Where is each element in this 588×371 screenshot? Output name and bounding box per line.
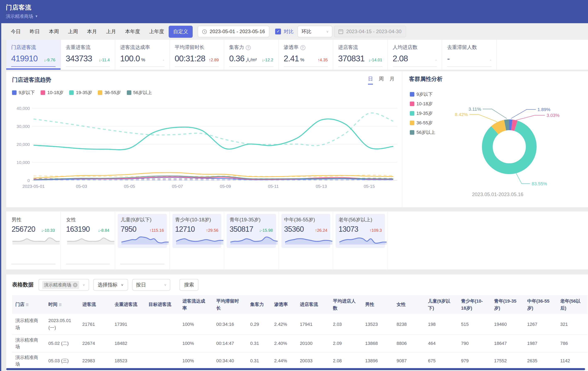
trend-tab-月[interactable]: 月 [389, 75, 395, 85]
table-cell: 2635 [524, 352, 557, 369]
metric-card-value: 35360 [284, 225, 304, 234]
quick-range-自定义[interactable]: 自定义 [169, 25, 193, 38]
quick-range-上月[interactable]: 上月 [102, 25, 121, 38]
kpi-card-8[interactable]: 人均进店数2.08- [388, 40, 442, 70]
kpi-value-row: -- [447, 54, 491, 64]
kpi-card-6[interactable]: 渗透率?2.41%↑4.35 [279, 40, 333, 70]
metric-card-中年(36-55岁)[interactable]: 中年(36-55岁)35360↑26.24 [279, 212, 333, 269]
kpi-label: 去重滞留人数 [447, 44, 491, 51]
table-cell: 20033 [296, 352, 330, 369]
metric-card-女性[interactable]: 女性163190↓-8.84 [61, 212, 115, 269]
filter-icon[interactable]: ☰ [59, 303, 62, 307]
quick-range-昨日[interactable]: 昨日 [25, 25, 44, 38]
card-row-filler [388, 212, 588, 269]
quick-range-本周[interactable]: 本周 [44, 25, 63, 38]
horizontal-scrollbar[interactable] [6, 368, 585, 370]
kpi-card-1[interactable]: 门店进客流419910↓-9.76 [6, 40, 61, 70]
metric-card-box: 男性256720↓-10.33 [9, 214, 58, 248]
table-cell: 100% [179, 352, 213, 369]
quick-range-本年度[interactable]: 本年度 [121, 25, 145, 38]
audience-donut-chart: 1.89%3.03%83.55%8.42%3.11% [406, 89, 588, 192]
quick-range-本月[interactable]: 本月 [83, 25, 102, 38]
kpi-label: 平均滞留时长 [175, 44, 219, 51]
kpi-label: 集客力? [229, 44, 273, 51]
metric-select-button[interactable]: 选择指标 ∨ [93, 279, 128, 291]
audience-panel: 客群属性分析 9岁以下10-18岁19-35岁36-55岁56岁以上 1.89%… [402, 71, 588, 207]
kpi-underline [393, 66, 437, 67]
compare-checkbox[interactable]: ✓ 对比 [275, 28, 294, 35]
compare-range-input: 2023-04-15 - 2023-04-30 [334, 26, 406, 37]
table-cell: 05.02 (二) [45, 335, 79, 352]
col-header-儿童(9岁以下): 儿童(9岁以下) [425, 295, 458, 314]
col-header-目标进客流: 目标进客流 [145, 295, 179, 314]
search-button[interactable]: 搜索 [179, 279, 199, 291]
metric-card-box: 青年(19-35岁)350817↓-15.98 [227, 214, 276, 248]
table-cell: 2.08 [330, 352, 362, 369]
col-header-进店客流: 进店客流 [296, 295, 330, 314]
compare-mode-select[interactable]: 环比 ∨ [298, 26, 333, 37]
help-icon[interactable]: ? [246, 45, 251, 50]
svg-text:83.55%: 83.55% [532, 181, 547, 186]
table-cell: 0.31 [247, 352, 271, 369]
granularity-select[interactable]: 按日 ∨ [132, 279, 170, 291]
help-icon[interactable]: ? [300, 45, 305, 50]
kpi-underline [338, 66, 382, 67]
table-cell: 22674 [79, 335, 111, 352]
legend-swatch [126, 90, 131, 95]
quick-range-今日[interactable]: 今日 [6, 25, 25, 38]
metric-card-box: 儿童(9岁以下)7950↑115.16 [118, 214, 167, 248]
table-cell: 2.44% [271, 352, 296, 369]
kpi-label: 去重进客流 [66, 44, 110, 51]
table-cell: 演示精准商场 [12, 314, 45, 335]
kpi-card-2[interactable]: 去重进客流343733↓-11.4 [61, 40, 115, 70]
filter-icon[interactable]: ☰ [26, 303, 29, 307]
store-selector[interactable]: 演示精准商场 ▼ [6, 13, 38, 20]
kpi-value: 2.41 [284, 54, 299, 64]
charts-panel: 门店进客流趋势 日周月 9岁以下10-18岁19-35岁36-55岁56岁以上 … [6, 71, 588, 207]
table-row-1: 演示精准商场2023.05.01 (一)2176117391100%00:34:… [12, 314, 588, 335]
table-cell: 8806 [393, 335, 425, 352]
svg-text:05-07: 05-07 [172, 184, 183, 189]
kpi-card-9[interactable]: 去重滞留人数-- [442, 40, 497, 70]
quick-range-上年度[interactable]: 上年度 [145, 25, 169, 38]
kpi-value: 2.08 [393, 54, 408, 64]
quick-range-上周[interactable]: 上周 [63, 25, 83, 38]
kpi-card-5[interactable]: 集客力?0.36人/m²↓-12.2 [224, 40, 279, 70]
kpi-card-3[interactable]: 进客流达成率100.0%- [115, 40, 170, 70]
kpi-card-4[interactable]: 平均滞留时长00:31:28↑2.89 [170, 40, 224, 70]
legend-item-9岁以下[interactable]: 9岁以下 [12, 90, 35, 96]
trend-line-chart: 010,00020,00030,00040,0002023-05-0105-03… [12, 96, 399, 190]
metric-card-男性[interactable]: 男性256720↓-10.33 [6, 212, 61, 269]
svg-text:05-03: 05-03 [76, 184, 87, 189]
trend-tab-日[interactable]: 日 [368, 75, 373, 85]
legend-label: 56岁以上 [133, 90, 152, 96]
table-cell: 100% [179, 335, 213, 352]
compare-mode-value: 环比 [302, 28, 311, 35]
svg-text:05-13: 05-13 [316, 184, 327, 189]
kpi-value: 370831 [338, 54, 365, 64]
legend-item-19-35岁[interactable]: 19-35岁 [69, 90, 92, 96]
legend-item-36-55岁[interactable]: 36-55岁 [98, 90, 121, 96]
metric-card-label: 青年(19-35岁) [230, 216, 273, 223]
legend-item-56岁以上[interactable]: 56岁以上 [126, 90, 152, 96]
col-header-男性: 男性 [362, 295, 393, 314]
table-cell: 675 [425, 352, 458, 369]
date-range-value: 2023-05-01 - 2023-05-16 [210, 29, 265, 34]
metric-card-青少年(10-18岁)[interactable]: 青少年(10-18岁)12710↑29.56 [170, 212, 224, 269]
sparkline-chart [338, 234, 388, 244]
col-header-平均滞留时长: 平均滞留时长 [213, 295, 247, 314]
date-range-input[interactable]: 2023-05-01 - 2023-05-16 [198, 26, 270, 37]
sparkline-chart [66, 234, 115, 244]
sparkline-chart [12, 234, 61, 244]
metric-card-儿童(9岁以下)[interactable]: 儿童(9岁以下)7950↑115.16 [115, 212, 170, 269]
remove-tag-icon[interactable]: × [73, 283, 77, 287]
sparkline-chart [175, 234, 224, 244]
store-filter-select[interactable]: 演示精准商场 × ∨ [39, 279, 89, 291]
trend-tab-周[interactable]: 周 [379, 75, 384, 85]
metric-card-老年(56岁以上)[interactable]: 老年(56岁以上)13073↑109.3 [333, 212, 388, 269]
metric-card-青年(19-35岁)[interactable]: 青年(19-35岁)350817↓-15.98 [224, 212, 279, 269]
data-table-wrapper: 门店☰时间☰进客流去重进客流目标进客流进客流达成率平均滞留时长集客力渗透率进店客… [12, 295, 588, 371]
svg-text:05-11: 05-11 [268, 184, 279, 189]
legend-item-10-18岁[interactable]: 10-18岁 [41, 90, 63, 96]
kpi-card-7[interactable]: 进店客流370831↓-14.01 [333, 40, 388, 70]
